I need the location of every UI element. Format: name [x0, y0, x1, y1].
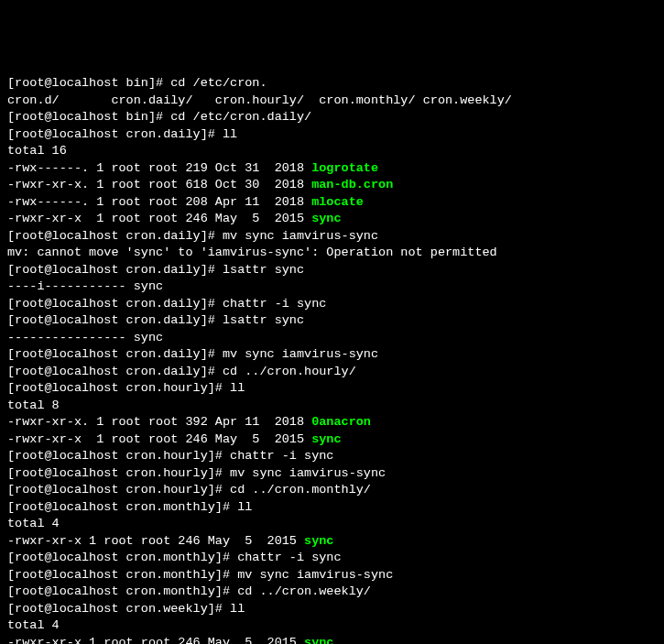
terminal-text: [root@localhost cron.monthly]# chattr -i… [7, 551, 342, 564]
terminal-line: total 8 [7, 398, 657, 415]
terminal-text: mlocate [311, 195, 364, 209]
terminal-text: [root@localhost cron.daily]# chattr -i s… [7, 297, 326, 311]
terminal-text: [root@localhost cron.daily]# mv sync iam… [7, 229, 378, 243]
terminal-line: [root@localhost bin]# cd /etc/cron.daily… [7, 109, 657, 126]
terminal-line: mv: cannot move 'sync' to 'iamvirus-sync… [7, 245, 657, 262]
terminal-line: [root@localhost cron.hourly]# chattr -i … [7, 448, 657, 465]
terminal-text: [root@localhost cron.weekly]# ll [7, 602, 245, 616]
terminal-text: -rwx------. 1 root root 208 Apr 11 2018 [7, 195, 311, 209]
terminal-line: -rwxr-xr-x 1 root root 246 May 5 2015 sy… [7, 635, 657, 645]
terminal-line: [root@localhost cron.hourly]# cd ../cron… [7, 482, 657, 499]
terminal-text: sync [311, 212, 341, 225]
terminal-text: [root@localhost bin]# cd /etc/cron.daily… [7, 110, 311, 124]
terminal-text: [root@localhost cron.hourly]# ll [7, 381, 245, 395]
terminal-line: [root@localhost bin]# cd /etc/cron. [7, 75, 657, 93]
terminal-line: [root@localhost cron.monthly]# mv sync i… [7, 567, 657, 584]
terminal-line: cron.d/ cron.daily/ cron.hourly/ cron.mo… [7, 93, 657, 110]
terminal-text: sync [304, 636, 333, 645]
terminal-line: [root@localhost cron.weekly]# ll [7, 601, 657, 618]
terminal-line: [root@localhost cron.daily]# cd ../cron.… [7, 364, 657, 381]
terminal-line: -rwxr-xr-x. 1 root root 618 Oct 30 2018 … [7, 177, 657, 194]
terminal-text: [root@localhost cron.monthly]# mv sync i… [7, 568, 393, 582]
terminal-line: [root@localhost cron.daily]# ll [7, 126, 657, 144]
terminal-text: -rwxr-xr-x 1 root root 246 May 5 2015 [7, 534, 304, 548]
terminal-text: [root@localhost cron.monthly]# cd ../cro… [7, 584, 371, 598]
terminal-line: [root@localhost cron.hourly]# ll [7, 380, 657, 398]
terminal-text: [root@localhost cron.daily]# mv sync iam… [7, 347, 378, 361]
terminal-text: -rwxr-xr-x 1 root root 246 May 5 2015 [7, 212, 311, 225]
terminal-line: [root@localhost cron.daily]# chattr -i s… [7, 296, 657, 313]
terminal-text: man-db.cron [311, 178, 393, 191]
terminal-text: sync [311, 432, 341, 446]
terminal-text: [root@localhost cron.hourly]# cd ../cron… [7, 483, 371, 497]
terminal-text: sync [304, 534, 333, 548]
terminal-line: -rwxr-xr-x. 1 root root 392 Apr 11 2018 … [7, 414, 657, 431]
terminal-text: -rwxr-xr-x. 1 root root 618 Oct 30 2018 [7, 178, 311, 191]
terminal-line: -rwxr-xr-x 1 root root 246 May 5 2015 sy… [7, 211, 657, 228]
terminal-line: total 4 [7, 617, 657, 635]
terminal-line: total 16 [7, 143, 657, 160]
terminal-text: total 4 [7, 517, 60, 530]
terminal-line: total 4 [7, 516, 657, 533]
terminal-text: [root@localhost bin]# cd /etc/cron. [7, 76, 267, 90]
terminal-text: [root@localhost cron.daily]# ll [7, 127, 237, 141]
terminal-line: -rwxr-xr-x 1 root root 246 May 5 2015 sy… [7, 431, 657, 449]
terminal-line: [root@localhost cron.monthly]# cd ../cro… [7, 584, 657, 601]
terminal-line: [root@localhost cron.monthly]# chattr -i… [7, 550, 657, 567]
terminal-text: [root@localhost cron.hourly]# mv sync ia… [7, 466, 386, 480]
terminal-line: -rwxr-xr-x 1 root root 246 May 5 2015 sy… [7, 533, 657, 551]
terminal-line: [root@localhost cron.daily]# mv sync iam… [7, 228, 657, 246]
terminal-text: ----i----------- sync [7, 279, 163, 293]
terminal-text: mv: cannot move 'sync' to 'iamvirus-sync… [7, 246, 497, 259]
terminal-text: total 16 [7, 144, 67, 158]
terminal-text: ---------------- sync [7, 331, 163, 344]
terminal-line: [root@localhost cron.monthly]# ll [7, 499, 657, 517]
terminal-text: [root@localhost cron.daily]# lsattr sync [7, 313, 304, 327]
terminal-line: ----i----------- sync [7, 278, 657, 296]
terminal-line: -rwx------. 1 root root 219 Oct 31 2018 … [7, 160, 657, 178]
terminal-line: ---------------- sync [7, 330, 657, 347]
terminal-text: [root@localhost cron.monthly]# ll [7, 500, 252, 514]
terminal-text: -rwxr-xr-x. 1 root root 392 Apr 11 2018 [7, 415, 311, 429]
terminal-text: total 8 [7, 398, 60, 412]
terminal-text: total 4 [7, 618, 60, 632]
terminal-text: -rwxr-xr-x 1 root root 246 May 5 2015 [7, 636, 304, 645]
terminal-line: [root@localhost cron.hourly]# mv sync ia… [7, 465, 657, 483]
terminal-text: [root@localhost cron.daily]# lsattr sync [7, 263, 304, 277]
terminal-text: -rwx------. 1 root root 219 Oct 31 2018 [7, 161, 311, 175]
terminal-line: [root@localhost cron.daily]# lsattr sync [7, 312, 657, 330]
terminal-text: -rwxr-xr-x 1 root root 246 May 5 2015 [7, 432, 311, 446]
terminal-output[interactable]: [root@localhost bin]# cd /etc/cron.cron.… [7, 75, 657, 644]
terminal-text: [root@localhost cron.daily]# cd ../cron.… [7, 365, 356, 378]
terminal-text: [root@localhost cron.hourly]# chattr -i … [7, 449, 333, 463]
terminal-text: logrotate [311, 161, 378, 175]
terminal-text: cron.d/ cron.daily/ cron.hourly/ cron.mo… [7, 93, 512, 107]
terminal-line: [root@localhost cron.daily]# lsattr sync [7, 262, 657, 279]
terminal-text: 0anacron [311, 415, 371, 429]
terminal-line: [root@localhost cron.daily]# mv sync iam… [7, 346, 657, 364]
terminal-line: -rwx------. 1 root root 208 Apr 11 2018 … [7, 194, 657, 212]
